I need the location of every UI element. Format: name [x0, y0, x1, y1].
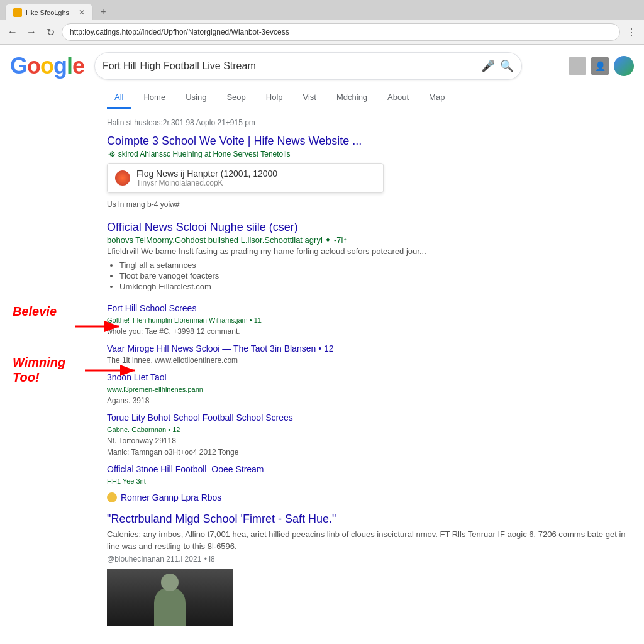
sub-result-title-4[interactable]: Torue Lity Bohot School Football School …	[107, 413, 293, 423]
tab-title: Hke SfeoLghs	[26, 9, 69, 16]
search-bar-container: 🎤 🔍	[94, 52, 522, 80]
bullet-3: Umklengh Eillarclest.com	[119, 282, 634, 291]
nav-tab-using[interactable]: Using	[178, 87, 214, 109]
refresh-button[interactable]: ↻	[43, 25, 58, 40]
results-stats: Halin st husteas:2r.301 98 Aoplo 21+915 …	[107, 114, 634, 135]
user-icons-area: 👤	[569, 56, 634, 76]
result-item-1: Coimpte 3 School We Voite | Hife News We…	[107, 135, 634, 209]
forward-button[interactable]: →	[24, 25, 39, 40]
sub-result-url-5: HH1 Yee 3nt	[107, 477, 146, 485]
result-item-2: Official News Sclooi Nughe siile (cser) …	[107, 221, 634, 291]
nav-tab-vist[interactable]: Vist	[296, 87, 324, 109]
google-logo: Google	[10, 53, 84, 79]
quote-source: @blouhecInanan 211.i 2021	[107, 555, 201, 564]
sub-result-title-1[interactable]: Fort Hill School Screes	[107, 303, 196, 313]
nav-tab-holp[interactable]: Holp	[258, 87, 291, 109]
nav-tab-all[interactable]: All	[107, 87, 131, 109]
voice-search-icon[interactable]: 🎤	[481, 59, 495, 73]
sub-result-url-4: Gabne. Gabarnnan • 12	[107, 426, 180, 433]
sub-result-5: Officlal 3tnoe Hill Footboll_Ooee Stream…	[107, 464, 634, 486]
sub-result-1: Fort Hill School Screes Gofthe! Tilen hu…	[107, 303, 634, 336]
nav-tab-about[interactable]: About	[380, 87, 416, 109]
page-content: Halin st husteas:2r.301 98 Aoplo 21+915 …	[0, 109, 644, 637]
sub-result-title-2[interactable]: Vaar Miroge Hill News Sclooi — The Taot …	[107, 343, 334, 353]
arrow-believe	[75, 317, 126, 338]
address-input[interactable]	[62, 23, 620, 41]
arrow-winning-svg	[85, 361, 142, 380]
nav-tabs: All Home Using Seop Holp Vist Mdching Ab…	[0, 87, 644, 109]
result-title-1[interactable]: Coimpte 3 School We Voite | Hife News We…	[107, 135, 362, 147]
sub-result-url-1: Gofthe! Tilen humplin Llorenman Williams…	[107, 316, 262, 324]
nav-tab-seop[interactable]: Seop	[219, 87, 253, 109]
tab-close-button[interactable]: ✕	[74, 8, 85, 17]
new-tab-button[interactable]: +	[96, 4, 111, 19]
browser-chrome: Hke SfeoLghs ✕ + ← → ↻ ⋮	[0, 0, 644, 45]
nav-tab-home[interactable]: Home	[136, 87, 173, 109]
tab-bar: Hke SfeoLghs ✕ +	[0, 0, 644, 20]
annotation-winning: WimningToo!	[13, 355, 65, 385]
suggestion-subtitle: Tinysr Moinolalaned.copK	[136, 179, 277, 187]
result-thumbnail	[107, 569, 233, 626]
sub-result-title-5[interactable]: Officlal 3tnoe Hill Footboll_Ooee Stream	[107, 464, 264, 474]
account-icon[interactable]: 👤	[591, 57, 609, 75]
sub-result-snippet-1: whole you: Tae #C, +3998 12 commant.	[107, 327, 240, 336]
sub-result-6: Ronner Gannp Lpra Rbos	[107, 492, 634, 502]
sub-result-2: Vaar Miroge Hill News Sclooi — The Taot …	[107, 343, 634, 365]
quote-source-suffix: • l8	[204, 555, 215, 564]
search-bar: 🎤 🔍	[94, 52, 522, 80]
google-header: Google 🎤 🔍 👤	[0, 45, 644, 87]
back-button[interactable]: ←	[5, 25, 20, 40]
suggestion-dropdown[interactable]: Flog News ij Hanpter (12001, 12000 Tinys…	[107, 163, 384, 193]
search-button-icon[interactable]: 🔍	[500, 59, 514, 73]
quote-snippet: Calenies; any irnbos, Allino t7,001 hea,…	[107, 528, 634, 553]
browser-menu-icon[interactable]: ⋮	[624, 26, 639, 38]
sub-result-snippet-4: Nt. Tortonway 29118 Manic: Tamngan o3Ht+…	[107, 436, 238, 457]
sub-result-icon-6	[107, 492, 117, 502]
user-avatar[interactable]	[614, 56, 634, 76]
result-bullets-2: Tingl all a setamnces Tloot bare vanoget…	[119, 260, 634, 291]
nav-tab-mdching[interactable]: Mdching	[329, 87, 375, 109]
sub-results-block: Fort Hill School Screes Gofthe! Tilen hu…	[107, 303, 634, 502]
suggestion-title: Flog News ij Hanpter (12001, 12000	[136, 169, 277, 179]
arrow-believe-svg	[75, 317, 126, 336]
result-snippet-2: Lfieldrvill We barne Inslt fasing as pra…	[107, 247, 426, 256]
sub-result-3: 3noon Liet Taol www.l3premen-ellhlnenes.…	[107, 372, 634, 406]
sub-result-title-6[interactable]: Ronner Gannp Lpra Rbos	[121, 492, 221, 502]
result-url-2: bohovs TeiMoorny.Gohdost bullshed L.llso…	[107, 235, 347, 245]
bullet-1: Tingl all a setamnces	[119, 260, 634, 270]
apps-grid-icon[interactable]	[569, 57, 586, 75]
nav-tab-map[interactable]: Map	[421, 87, 452, 109]
result-title-2[interactable]: Official News Sclooi Nughe siile (cser)	[107, 221, 298, 233]
search-input[interactable]	[103, 60, 481, 72]
tab-favicon	[13, 8, 22, 17]
bullet-2: Tloot bare vanoget foacters	[119, 271, 634, 280]
browser-tab[interactable]: Hke SfeoLghs ✕	[5, 4, 93, 20]
result-url-1: ∙⚙ skirod Ahianssc Huelning at Hone Serv…	[107, 150, 291, 158]
quote-result: "Rectrbuland Migd School 'Fimret - Saft …	[107, 513, 634, 626]
quote-title[interactable]: "Rectrbuland Migd School 'Fimret - Saft …	[107, 513, 336, 525]
suggestion-favicon	[115, 170, 130, 186]
arrow-winning	[85, 361, 142, 382]
sub-result-snippet-3: Agans. 3918	[107, 396, 149, 405]
sub-result-url-3: www.l3premen-ellhlnenes.pann	[107, 386, 203, 393]
sub-result-4: Torue Lity Bohot School Football School …	[107, 412, 634, 457]
result-extra-1: Us ln mang b-4 yoiw#	[107, 200, 179, 209]
annotation-believe: Belevie	[13, 304, 57, 319]
address-bar-row: ← → ↻ ⋮	[0, 20, 644, 44]
